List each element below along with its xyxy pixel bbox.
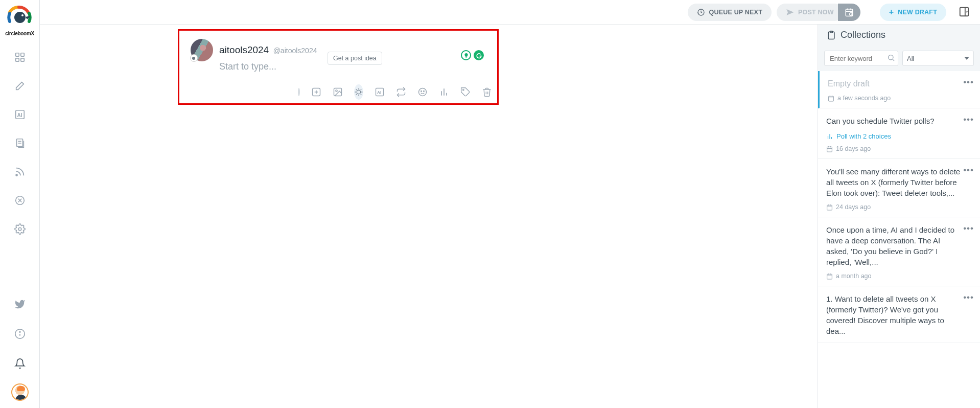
recycle-icon[interactable]	[10, 191, 30, 210]
collection-item-subtitle: Poll with 2 choices	[826, 132, 972, 140]
compose-toolbar: AI	[298, 84, 487, 100]
svg-point-35	[463, 89, 464, 91]
post-now-label: POST NOW	[798, 9, 834, 16]
settings-icon[interactable]	[10, 219, 30, 239]
poll-icon[interactable]	[439, 86, 449, 98]
plus-icon: +	[889, 8, 894, 17]
documents-icon[interactable]	[10, 133, 30, 153]
queue-up-next-button[interactable]: QUEUE UP NEXT	[688, 4, 772, 21]
assist-badges	[461, 50, 484, 60]
circleboom-logo-icon	[7, 5, 33, 30]
twitter-icon[interactable]	[10, 294, 30, 314]
idea-bulb-icon[interactable]	[461, 50, 471, 60]
collection-item-date: 16 days ago	[826, 145, 972, 152]
svg-rect-40	[829, 96, 834, 101]
collection-item[interactable]: Empty draft ••• a few seconds ago	[818, 71, 980, 108]
svg-point-29	[419, 88, 427, 96]
notifications-icon[interactable]	[10, 354, 30, 373]
collections-filter-row: All	[818, 46, 980, 71]
user-avatar[interactable]	[11, 383, 29, 401]
delete-icon[interactable]	[482, 86, 492, 98]
svg-point-1	[21, 14, 24, 16]
add-media-icon[interactable]	[311, 86, 321, 98]
svg-point-26	[357, 90, 361, 94]
item-menu-icon[interactable]: •••	[963, 223, 974, 234]
emoji-icon[interactable]	[417, 86, 428, 98]
clock-icon	[697, 8, 705, 16]
image-icon[interactable]	[333, 86, 343, 98]
rss-icon[interactable]	[10, 162, 30, 182]
sidebar-nav: AI	[10, 48, 30, 239]
brand-logo[interactable]: circleboomX	[2, 5, 38, 36]
collection-item[interactable]: You'll see many different ways to delete…	[818, 159, 980, 217]
collection-item-date: a few seconds ago	[828, 95, 972, 102]
calendar-icon	[826, 204, 833, 211]
post-now-group: POST NOW	[777, 4, 860, 21]
topbar: QUEUE UP NEXT POST NOW + NEW DRAFT	[40, 0, 980, 25]
item-menu-icon[interactable]: •••	[963, 165, 974, 175]
compose-placeholder[interactable]: Start to type...	[219, 61, 276, 72]
collections-list[interactable]: Empty draft ••• a few seconds ago Can yo…	[818, 71, 980, 408]
new-draft-button[interactable]: + NEW DRAFT	[880, 4, 946, 21]
collection-item[interactable]: Once upon a time, AI and I decided to ha…	[818, 217, 980, 286]
ai-button-icon[interactable]: AI	[375, 86, 385, 98]
collections-title: Collections	[841, 30, 885, 40]
sidebar-bottom	[10, 294, 30, 401]
collection-item-title: 1. Want to delete all tweets on X (forme…	[826, 293, 972, 336]
panel-toggle-icon[interactable]	[959, 6, 971, 18]
repost-icon[interactable]	[396, 86, 406, 98]
compose-card: aitools2024 @aitools2024 Start to type..…	[178, 29, 499, 105]
grammarly-icon[interactable]	[474, 50, 484, 60]
svg-rect-5	[20, 58, 24, 61]
new-draft-label: NEW DRAFT	[898, 9, 937, 16]
collections-panel: Collections All Empty draft ••• a few se…	[818, 25, 980, 408]
post-now-button[interactable]: POST NOW	[777, 4, 843, 21]
item-menu-icon[interactable]: •••	[963, 115, 974, 125]
svg-point-12	[18, 228, 21, 231]
svg-rect-4	[15, 58, 18, 61]
collection-item-title: Once upon a time, AI and I decided to ha…	[826, 224, 972, 267]
ai-icon[interactable]: AI	[10, 105, 30, 124]
collection-item-title: Empty draft	[828, 78, 972, 89]
dashboard-icon[interactable]	[10, 48, 30, 67]
queue-label: QUEUE UP NEXT	[709, 9, 762, 16]
svg-point-0	[14, 12, 26, 23]
search-icon[interactable]	[887, 54, 895, 62]
svg-rect-45	[827, 205, 832, 210]
collections-filter-select[interactable]: All	[902, 51, 974, 66]
handle: @aitools2024	[273, 47, 317, 55]
profile-avatar[interactable]	[191, 39, 213, 61]
svg-point-38	[889, 55, 893, 60]
svg-line-39	[893, 59, 894, 61]
poll-icon	[826, 133, 833, 140]
schedule-calendar-button[interactable]	[838, 4, 860, 21]
svg-rect-9	[16, 139, 22, 147]
compose-icon[interactable]	[10, 76, 30, 96]
chevron-down-icon	[964, 57, 969, 60]
display-name: aitools2024	[219, 44, 269, 55]
calendar-icon	[826, 273, 833, 280]
collection-item-title: You'll see many different ways to delete…	[826, 166, 972, 198]
svg-rect-44	[827, 147, 832, 152]
item-menu-icon[interactable]: •••	[963, 292, 974, 303]
filter-selected-label: All	[907, 55, 914, 62]
sidebar: circleboomX AI	[0, 0, 40, 408]
get-post-idea-button[interactable]: Get a post idea	[328, 52, 382, 65]
gif-sparkle-icon[interactable]	[354, 84, 363, 100]
brand-name: circleboomX	[2, 31, 38, 36]
collection-item[interactable]: Can you schedule Twitter polls? ••• Poll…	[818, 108, 980, 159]
info-icon[interactable]	[10, 324, 30, 344]
collection-item[interactable]: 1. Want to delete all tweets on X (forme…	[818, 286, 980, 343]
svg-point-10	[16, 174, 17, 176]
collections-header: Collections	[818, 25, 980, 46]
svg-point-15	[19, 331, 20, 332]
svg-rect-3	[20, 53, 24, 56]
item-menu-icon[interactable]: •••	[963, 77, 974, 87]
calendar-clock-icon	[845, 8, 854, 17]
svg-rect-46	[827, 274, 832, 279]
svg-point-25	[336, 90, 337, 92]
send-icon	[786, 8, 794, 16]
tag-icon[interactable]	[460, 86, 471, 98]
svg-text:AI: AI	[377, 90, 381, 95]
clipboard-icon	[826, 30, 836, 40]
